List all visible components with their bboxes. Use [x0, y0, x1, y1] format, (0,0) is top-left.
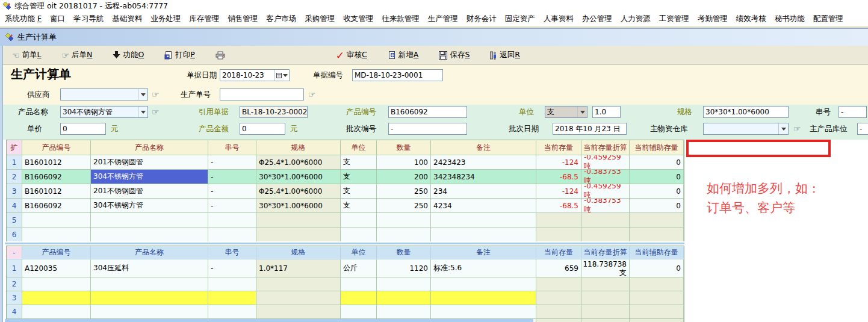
row-number-cell[interactable]: 2: [7, 277, 22, 291]
menu-item-3[interactable]: 学习导航: [73, 14, 104, 24]
menu-item-10[interactable]: 收支管理: [343, 14, 373, 24]
grid-cell[interactable]: [630, 291, 684, 305]
row-number-cell[interactable]: 4: [7, 199, 22, 213]
grid-cell[interactable]: 1.0*117: [256, 259, 341, 277]
next-doc-button[interactable]: ☞ 后单N: [60, 49, 95, 61]
grid-cell[interactable]: 304不锈钢方管: [91, 199, 208, 213]
grid-cell[interactable]: [208, 277, 256, 291]
grid-cell[interactable]: [630, 277, 684, 291]
grid-cell[interactable]: [256, 291, 341, 305]
prev-doc-button[interactable]: ☜ 前单L: [10, 49, 44, 61]
grid-cell[interactable]: 118.738738 支: [581, 259, 630, 277]
grid-cell[interactable]: 标准:5.6: [431, 259, 536, 277]
unit-select[interactable]: 支: [545, 106, 587, 118]
menu-item-19[interactable]: 考勤管理: [698, 14, 728, 24]
grid-cell[interactable]: 0: [630, 259, 684, 277]
grid-cell[interactable]: [581, 291, 630, 305]
row-number-cell[interactable]: 3: [7, 291, 22, 305]
grid-cell[interactable]: [341, 305, 377, 319]
grid-cell[interactable]: 234: [431, 184, 536, 199]
prod-order-field[interactable]: [220, 88, 304, 101]
grid-cell[interactable]: [256, 305, 341, 319]
grid-cell[interactable]: 4234: [431, 199, 536, 213]
spec-field[interactable]: 30*30*1.00*6000: [703, 106, 789, 118]
grid-cell[interactable]: 304压延料: [91, 259, 208, 277]
grid-cell[interactable]: 支: [341, 170, 377, 184]
unit-ratio-field[interactable]: 1.0: [592, 106, 621, 118]
grid-cell[interactable]: 200: [377, 170, 431, 184]
grid-cell[interactable]: [91, 228, 208, 242]
grid-cell[interactable]: [581, 305, 630, 319]
grid-cell[interactable]: [630, 319, 684, 322]
new-button[interactable]: 新增A: [385, 49, 421, 61]
grid-cell[interactable]: [341, 228, 377, 242]
product-name-dropdown-button[interactable]: [138, 107, 147, 117]
audit-button[interactable]: ✓ 审核C: [333, 48, 370, 63]
grid-cell[interactable]: [22, 277, 91, 291]
menu-item-16[interactable]: 办公管理: [582, 14, 612, 24]
menu-item-5[interactable]: 业务处理: [150, 14, 181, 24]
doc-date-field[interactable]: 2018-10-23: [220, 69, 290, 81]
grid-cell[interactable]: -: [208, 199, 256, 213]
grid-cell[interactable]: [581, 277, 630, 291]
grid-cell[interactable]: [581, 319, 630, 322]
menu-item-11[interactable]: 往来款管理: [382, 14, 420, 24]
grid-cell[interactable]: 支: [341, 184, 377, 199]
row-number-cell[interactable]: 6: [7, 228, 22, 242]
grid-cell[interactable]: 30*30*1.00*6000: [256, 170, 341, 184]
warehouse-dropdown-button[interactable]: [778, 123, 788, 134]
menu-item-12[interactable]: 生产管理: [428, 14, 458, 24]
product-name-lookup-icon[interactable]: ☞: [152, 106, 160, 118]
grid-cell[interactable]: [431, 213, 536, 228]
print-button[interactable]: 打印P: [162, 49, 197, 61]
grid-cell[interactable]: -: [208, 184, 256, 199]
grid-cell[interactable]: [536, 305, 581, 319]
warehouse-lookup-icon[interactable]: ☞: [793, 123, 801, 135]
grid-cell[interactable]: B1601012: [22, 155, 91, 170]
grid-cell[interactable]: [256, 277, 341, 291]
grid-cell[interactable]: -: [208, 155, 256, 170]
printer-button[interactable]: [213, 50, 228, 61]
amount-field[interactable]: 0: [240, 123, 285, 135]
menu-item-2[interactable]: 窗口: [50, 14, 65, 24]
grid-cell[interactable]: 250: [377, 199, 431, 213]
batch-no-field[interactable]: -: [388, 123, 467, 135]
menu-item-7[interactable]: 销售管理: [228, 14, 258, 24]
grid-cell[interactable]: [581, 228, 630, 242]
grid-cell[interactable]: 100: [377, 155, 431, 170]
grid-cell[interactable]: [208, 291, 256, 305]
grid-cell[interactable]: 支: [341, 199, 377, 213]
grid-cell[interactable]: -: [208, 259, 256, 277]
grid-cell[interactable]: [377, 305, 431, 319]
grid-cell[interactable]: 342348234: [431, 170, 536, 184]
grid-cell[interactable]: [630, 213, 684, 228]
grid-cell[interactable]: [377, 228, 431, 242]
menu-item-8[interactable]: 客户市场: [266, 14, 296, 24]
grid-cell[interactable]: 201不锈钢圆管: [91, 155, 208, 170]
menu-item-9[interactable]: 采购管理: [305, 14, 335, 24]
grid-cell[interactable]: -0.459259 吨: [581, 184, 630, 199]
grid-cell[interactable]: 公斤: [341, 259, 377, 277]
menu-item-22[interactable]: 配置管理: [813, 14, 843, 24]
grid-cell[interactable]: -68.5: [536, 199, 581, 213]
serial-field[interactable]: -: [839, 106, 867, 118]
grid-cell[interactable]: -124: [536, 155, 581, 170]
menu-item-15[interactable]: 人事资料: [544, 14, 574, 24]
grid-cell[interactable]: -0.383753 吨: [581, 170, 630, 184]
product-name-select[interactable]: 304不锈钢方管: [60, 106, 148, 118]
menu-item-1[interactable]: 系统功能 F: [5, 14, 42, 24]
grid-cell[interactable]: [536, 228, 581, 242]
grid-cell[interactable]: [536, 319, 581, 322]
doc-no-field[interactable]: MD-18-10-23-0001: [352, 69, 443, 81]
supplier-dropdown-button[interactable]: [138, 89, 147, 100]
grid-cell[interactable]: -0.459259 吨: [581, 155, 630, 170]
grid-cell[interactable]: [22, 213, 91, 228]
unit-dropdown-button[interactable]: [577, 107, 587, 117]
grid-cell[interactable]: [536, 291, 581, 305]
grid-cell[interactable]: Φ25.4*1.00*6000: [256, 155, 341, 170]
grid-cell[interactable]: [22, 291, 91, 305]
return-button[interactable]: 返回R: [488, 49, 522, 61]
grid-cell[interactable]: [431, 305, 536, 319]
grid-cell[interactable]: 0: [630, 155, 684, 170]
grid-cell[interactable]: [536, 277, 581, 291]
